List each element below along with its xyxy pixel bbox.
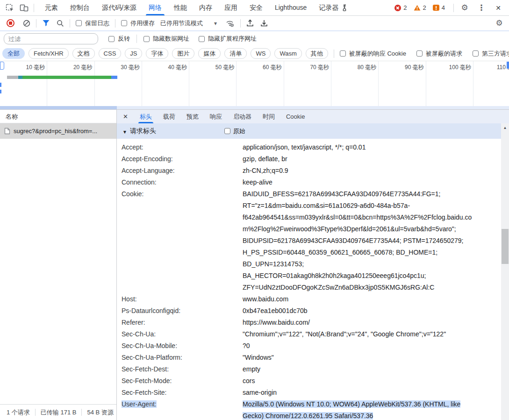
raw-headers-checkbox[interactable]: 原始 <box>224 127 245 135</box>
clear-network-log-icon[interactable] <box>23 20 30 27</box>
header-row-user-agent-selected: User-Agent:Mozilla/5.0 (Windows NT 10.0;… <box>117 399 501 420</box>
timeline-tick: 50 毫秒 <box>189 61 237 109</box>
network-conditions-icon[interactable] <box>225 19 235 27</box>
detail-tab-timing[interactable]: 时间 <box>257 110 280 123</box>
hide-extension-urls-checkbox[interactable]: 隐藏扩展程序网址 <box>199 35 257 43</box>
request-details-panel: 标头 载荷 预览 响应 启动器 时间 Cookie 请求标头 原始 Accept… <box>117 110 509 420</box>
timeline-grid: 10 毫秒 20 毫秒 30 毫秒 40 毫秒 50 毫秒 60 毫秒 70 毫… <box>0 61 509 109</box>
issues-badge[interactable]: 4 <box>433 4 445 11</box>
checkbox <box>473 50 479 57</box>
scroll-up-arrow-icon[interactable] <box>501 123 509 131</box>
filter-funnel-icon[interactable] <box>42 20 50 27</box>
detail-tab-preview[interactable]: 预览 <box>181 110 204 123</box>
chip-js[interactable]: JS <box>125 48 142 59</box>
tab-elements[interactable]: 元素 <box>39 0 64 15</box>
tab-performance[interactable]: 性能 <box>168 0 193 15</box>
chip-all[interactable]: 全部 <box>2 48 25 59</box>
chip-img[interactable]: 图片 <box>172 48 194 59</box>
chip-other[interactable]: 其他 <box>306 48 328 59</box>
header-name: Host: <box>117 293 238 305</box>
horizontal-scrollbar[interactable] <box>0 106 509 109</box>
header-name: Sec-Ch-Ua-Mobile: <box>117 340 238 352</box>
header-name: Referer: <box>117 317 238 328</box>
waterfall-queueing-segment <box>1 76 7 79</box>
chip-ws[interactable]: WS <box>251 48 271 59</box>
error-count: 2 <box>403 4 407 11</box>
warning-badge[interactable]: 2 <box>414 4 426 11</box>
close-devtools-icon[interactable] <box>493 3 503 13</box>
hide-extension-urls-label: 隐藏扩展程序网址 <box>208 35 257 43</box>
header-row: Sec-Fetch-Site:same-origin <box>117 387 501 399</box>
device-toolbar-icon[interactable] <box>19 3 29 13</box>
record-network-log-button[interactable] <box>7 19 14 27</box>
header-name: Cookie: <box>117 188 238 293</box>
disable-cache-label: 停用缓存 <box>130 19 155 28</box>
tab-memory[interactable]: 内存 <box>193 0 218 15</box>
header-row: Accept-Language:zh-CN,zh;q=0.9 <box>117 165 501 177</box>
filter-input[interactable] <box>4 33 98 44</box>
flask-icon <box>342 4 348 11</box>
detail-tab-cookies[interactable]: Cookie <box>280 110 310 123</box>
request-row-selected[interactable]: sugrec?&prod=pc_his&from=... <box>0 123 116 139</box>
blocked-response-cookies-checkbox[interactable]: 被屏蔽的响应 Cookie <box>340 50 406 58</box>
preserve-log-checkbox[interactable]: 保留日志 <box>76 19 109 28</box>
tab-network[interactable]: 网络 <box>143 0 168 15</box>
warning-icon <box>414 5 421 11</box>
search-icon[interactable] <box>57 20 64 27</box>
chip-font[interactable]: 字体 <box>146 48 168 59</box>
collapse-triangle-icon <box>122 128 127 135</box>
tab-console[interactable]: 控制台 <box>64 0 96 15</box>
chip-doc[interactable]: 文档 <box>72 48 95 59</box>
horizontal-scrollbar-thumb[interactable] <box>0 106 117 109</box>
chip-css[interactable]: CSS <box>99 48 122 59</box>
export-har-icon[interactable] <box>260 19 268 27</box>
header-name: Ps-Dataurlconfigqid: <box>117 305 238 317</box>
header-row: Sec-Fetch-Dest:empty <box>117 363 501 375</box>
header-value: zh-CN,zh;q=0.9 <box>238 165 501 177</box>
detail-tab-response[interactable]: 响应 <box>204 110 228 123</box>
tab-security[interactable]: 安全 <box>244 0 269 15</box>
blocked-requests-checkbox[interactable]: 被屏蔽的请求 <box>416 50 462 58</box>
disable-cache-checkbox[interactable]: 停用缓存 <box>121 19 155 28</box>
detail-tab-headers[interactable]: 标头 <box>134 110 158 123</box>
tab-recorder[interactable]: 记录器 <box>313 0 354 15</box>
vertical-scrollbar-thumb[interactable] <box>502 229 509 264</box>
tab-sources[interactable]: 源代码/来源 <box>96 0 143 15</box>
more-options-kebab-icon[interactable] <box>476 3 487 13</box>
error-badge[interactable]: 2 <box>394 4 407 11</box>
timeline-tick: 80 毫秒 <box>331 61 379 109</box>
chip-manifest[interactable]: 清单 <box>224 48 247 59</box>
detail-tab-initiator[interactable]: 启动器 <box>228 110 257 123</box>
vertical-scrollbar[interactable] <box>501 123 509 420</box>
network-settings-gear-icon[interactable] <box>494 18 504 28</box>
waterfall-overview-bar <box>1 76 117 79</box>
hide-data-urls-checkbox[interactable]: 隐藏数据网址 <box>143 35 189 43</box>
divider <box>115 19 115 28</box>
close-details-icon[interactable] <box>117 113 134 120</box>
settings-gear-icon[interactable] <box>459 3 470 13</box>
chip-wasm[interactable]: Wasm <box>274 48 301 59</box>
network-overview-timeline[interactable]: 10 毫秒 20 毫秒 30 毫秒 40 毫秒 50 毫秒 60 毫秒 70 毫… <box>0 61 509 110</box>
chip-media[interactable]: 媒体 <box>198 48 221 59</box>
hide-data-urls-label: 隐藏数据网址 <box>153 35 189 43</box>
network-status-bar: 1 个请求 已传输 171 B 54 B 资源 <box>0 404 116 420</box>
checkbox <box>76 20 82 26</box>
divider <box>136 35 137 43</box>
blocked-response-cookies-label: 被屏蔽的响应 Cookie <box>349 50 406 58</box>
detail-tab-payload[interactable]: 载荷 <box>158 110 181 123</box>
inspect-element-icon[interactable] <box>5 3 15 13</box>
divider <box>453 4 454 12</box>
header-value: Mozilla/5.0 (Windows NT 10.0; WOW64) App… <box>238 399 501 420</box>
import-har-icon[interactable] <box>246 19 254 27</box>
third-party-requests-checkbox[interactable]: 第三方请求 <box>473 50 509 58</box>
clipped-ui-fragment <box>0 83 1 87</box>
request-headers-section-header[interactable]: 请求标头 原始 <box>117 123 501 139</box>
name-column-header[interactable]: 名称 <box>0 110 116 123</box>
request-name: sugrec?&prod=pc_his&from=... <box>14 128 97 135</box>
tab-lighthouse[interactable]: Lighthouse <box>269 0 313 15</box>
invert-filter-checkbox[interactable]: 反转 <box>108 35 130 43</box>
tab-application[interactable]: 应用 <box>218 0 244 15</box>
chip-fetch-xhr[interactable]: Fetch/XHR <box>29 48 69 59</box>
header-name: Sec-Fetch-Dest: <box>117 363 238 375</box>
throttling-select[interactable]: 已停用节流模式 <box>160 19 217 28</box>
